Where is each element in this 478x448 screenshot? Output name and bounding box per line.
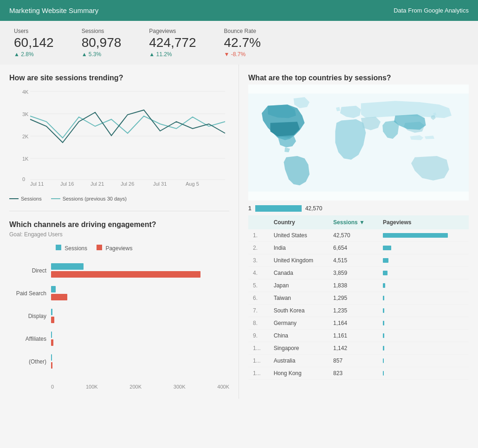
- country-rank: 5.: [248, 279, 269, 292]
- pageview-bar: [383, 321, 384, 325]
- country-rank: 1.: [248, 229, 269, 242]
- svg-text:Jul 21: Jul 21: [90, 181, 104, 187]
- bar-channel-label: Direct: [9, 267, 51, 274]
- country-sessions: 1,295: [329, 292, 378, 305]
- country-pageviews: [378, 367, 469, 380]
- sessions-legend-text: Sessions: [65, 245, 87, 252]
- metric-pageviews-label: Pageviews: [149, 28, 196, 34]
- table-row: 1.United States42,570: [248, 229, 469, 242]
- country-rank: 4.: [248, 267, 269, 279]
- country-pageviews: [378, 229, 469, 242]
- pageviews-bar: [51, 271, 200, 278]
- legend-prev-sessions: Sessions (previous 30 days): [51, 196, 127, 201]
- bar-channel-label: Display: [9, 313, 51, 319]
- bar-group: [51, 331, 229, 346]
- metric-sessions-label: Sessions: [82, 28, 122, 34]
- table-row: 4.Canada3,859: [248, 267, 469, 279]
- country-name: Canada: [269, 267, 329, 279]
- country-rank: 1...: [248, 367, 269, 380]
- bar-row: Direct: [9, 263, 229, 278]
- svg-text:Jul 31: Jul 31: [153, 181, 167, 187]
- pageviews-bar: [51, 317, 54, 323]
- country-pageviews: [378, 292, 469, 305]
- pageviews-bar: [51, 339, 53, 346]
- pageviews-bar: [51, 362, 52, 369]
- line-chart-svg: 4K 3K 2K 1K 0 Jul 11: [9, 84, 227, 187]
- pageview-bar: [383, 358, 384, 363]
- svg-text:3K: 3K: [22, 111, 29, 117]
- data-source-label: Data From Google Analytics: [394, 7, 469, 14]
- right-panel: What are the top countries by sessions?: [239, 65, 478, 399]
- country-rank: 2.: [248, 242, 269, 254]
- world-map-svg: [248, 84, 469, 201]
- legend-sessions: Sessions: [9, 196, 42, 201]
- sessions-bar: [51, 354, 52, 361]
- pageviews-legend-text: Pageviews: [105, 245, 132, 252]
- country-pageviews: [378, 242, 469, 254]
- country-sessions: 4,515: [329, 254, 378, 267]
- metric-bounce-value: 42.7%: [224, 35, 261, 50]
- country-pageviews: [378, 305, 469, 317]
- country-pageviews: [378, 355, 469, 367]
- country-sessions: 3,859: [329, 267, 378, 279]
- country-rank: 1...: [248, 342, 269, 355]
- countries-title: What are the top countries by sessions?: [248, 74, 469, 82]
- country-rank: 8.: [248, 317, 269, 330]
- bar-row: Display: [9, 309, 229, 323]
- sessions-bar: [51, 309, 52, 315]
- country-pageviews: [378, 279, 469, 292]
- svg-text:Jul 11: Jul 11: [30, 181, 44, 187]
- sessions-bar: [51, 286, 56, 292]
- header-row: Country Sessions ▼ Pageviews: [248, 215, 469, 229]
- left-panel: How are site sessions trending? 4K 3K 2K…: [0, 65, 239, 399]
- bar-channel-label: Affiliates: [9, 336, 51, 342]
- metric-sessions: Sessions 80,978 5.3%: [82, 28, 122, 58]
- country-sessions: 1,161: [329, 330, 378, 342]
- country-name: South Korea: [269, 305, 329, 317]
- country-name: Australia: [269, 355, 329, 367]
- svg-text:2K: 2K: [22, 134, 29, 139]
- pageview-bar: [383, 246, 391, 250]
- country-pageviews: [378, 254, 469, 267]
- dashboard-title: Marketing Website Summary: [9, 6, 98, 14]
- table-row: 8.Germany1,164: [248, 317, 469, 330]
- country-pageviews: [378, 330, 469, 342]
- metric-users: Users 60,142 2.8%: [14, 28, 54, 58]
- bar-group: [51, 286, 229, 300]
- pageview-bar: [383, 283, 385, 288]
- th-country: Country: [269, 215, 329, 229]
- sessions-trend-chart: 4K 3K 2K 1K 0 Jul 11: [9, 84, 229, 191]
- table-row: 6.Taiwan1,295: [248, 292, 469, 305]
- sessions-bar: [51, 263, 84, 270]
- sessions-legend-box: [56, 245, 61, 250]
- country-sessions: 1,142: [329, 342, 378, 355]
- table-row: 2.India6,654: [248, 242, 469, 254]
- prev-sessions-legend-line: [51, 198, 60, 199]
- country-name: India: [269, 242, 329, 254]
- bar-channel-label: (Other): [9, 358, 51, 365]
- metric-pageviews-change: 11.2%: [149, 51, 196, 58]
- bar-group: [51, 309, 229, 323]
- table-row: 5.Japan1,838: [248, 279, 469, 292]
- pageview-bar: [383, 308, 384, 313]
- sessions-chart-legend: Sessions Sessions (previous 30 days): [9, 196, 229, 201]
- pageview-bar: [383, 233, 448, 238]
- bar-row: Affiliates: [9, 331, 229, 346]
- bar-channel-label: Paid Search: [9, 290, 51, 297]
- metrics-bar: Users 60,142 2.8% Sessions 80,978 5.3% P…: [0, 21, 478, 65]
- table-row: 1...Singapore1,142: [248, 342, 469, 355]
- metric-pageviews-value: 424,772: [149, 35, 196, 50]
- pageview-bar: [383, 271, 388, 275]
- channels-legend: Sessions Pageviews: [56, 245, 229, 252]
- pageview-bar: [383, 258, 388, 263]
- country-pageviews: [378, 267, 469, 279]
- th-pageviews: Pageviews: [378, 215, 469, 229]
- table-row: 3.United Kingdom4,515: [248, 254, 469, 267]
- svg-text:0: 0: [22, 176, 25, 182]
- legend-sessions-item: Sessions: [56, 245, 87, 252]
- countries-table-body: 1.United States42,5702.India6,6543.Unite…: [248, 229, 469, 380]
- country-name: Taiwan: [269, 292, 329, 305]
- table-row: 9.China1,161: [248, 330, 469, 342]
- country-pageviews: [378, 317, 469, 330]
- country-name: Hong Kong: [269, 367, 329, 380]
